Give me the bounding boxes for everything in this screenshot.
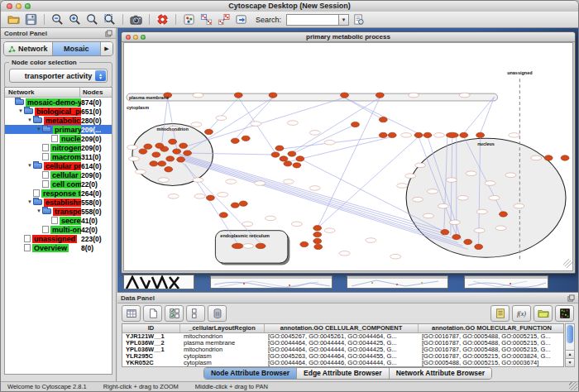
search-input[interactable]	[286, 14, 338, 26]
network-node[interactable]	[271, 152, 280, 157]
node-label-oval[interactable]	[405, 174, 416, 179]
canvas-resize-grip[interactable]	[563, 259, 569, 265]
network-node[interactable]	[156, 143, 164, 148]
table-row[interactable]: YJR121W__1mitochondrion[GO:0045267, GO:0…	[122, 333, 563, 340]
expand-triangle-icon[interactable]: ▼	[36, 125, 42, 134]
node-label-oval[interactable]	[457, 196, 468, 201]
node-label-oval[interactable]	[466, 171, 476, 176]
node-label-oval[interactable]	[514, 203, 524, 208]
view-minimize-button[interactable]	[133, 35, 138, 40]
compartment-nucleus[interactable]	[406, 138, 566, 257]
network-node[interactable]	[231, 203, 239, 208]
tree-column-nodes[interactable]: Nodes	[80, 88, 112, 97]
tree-row[interactable]: unassigned223(0)	[5, 234, 112, 243]
network-node[interactable]	[166, 156, 175, 161]
node-label-oval[interactable]	[193, 93, 203, 98]
node-label-oval[interactable]	[243, 244, 254, 249]
node-label-oval[interactable]	[324, 140, 335, 145]
scrollbar-thumb[interactable]	[567, 325, 573, 343]
node-label-oval[interactable]	[339, 251, 350, 256]
node-label-oval[interactable]	[449, 220, 460, 225]
network-node[interactable]	[152, 152, 160, 157]
network-node[interactable]	[313, 226, 322, 231]
annotation-network-button[interactable]	[181, 12, 197, 26]
network-node[interactable]	[165, 167, 173, 172]
tree-row-label[interactable]: Overview	[32, 244, 69, 252]
tree-row-label[interactable]: macromolecule	[50, 153, 81, 161]
node-label-oval[interactable]	[401, 133, 412, 138]
network-node[interactable]	[414, 132, 423, 137]
network-node[interactable]	[464, 239, 472, 244]
node-label-oval[interactable]	[255, 181, 266, 186]
tree-row[interactable]: ▼cellular process614(0)	[5, 161, 112, 170]
node-label-oval[interactable]	[309, 186, 320, 191]
tree-row-label[interactable]: multi-organism pro	[50, 226, 81, 234]
destroy-network-button[interactable]	[233, 12, 249, 26]
node-label-oval[interactable]	[390, 254, 401, 259]
node-label-oval[interactable]	[415, 163, 426, 168]
tab-overflow-button[interactable]: ▶	[101, 42, 112, 55]
network-node[interactable]	[173, 149, 181, 154]
network-node[interactable]	[293, 163, 301, 168]
tree-row-label[interactable]: secretion	[60, 217, 81, 225]
node-label-oval[interactable]	[324, 228, 335, 233]
network-node[interactable]	[296, 156, 304, 161]
tree-row[interactable]: ▼biological_process651(0)	[5, 107, 112, 116]
tree-row-label[interactable]: cell communicat	[50, 180, 81, 189]
node-label-oval[interactable]	[509, 133, 519, 138]
node-label-oval[interactable]	[283, 179, 294, 184]
node-label-oval[interactable]	[251, 122, 261, 127]
expand-triangle-icon[interactable]: ▼	[26, 116, 33, 125]
node-label-oval[interactable]	[433, 133, 444, 138]
node-label-oval[interactable]	[266, 216, 276, 221]
node-label-oval[interactable]	[505, 173, 516, 178]
tree-row[interactable]: multi-organism pro42(0)	[5, 225, 112, 234]
compartment-plasma-membrane[interactable]	[127, 93, 498, 101]
tree-row-label[interactable]: establishment of lo	[44, 198, 81, 207]
table-row[interactable]: YKR052Ccytoplasm[GO:0044464, GO:0044446,…	[122, 360, 563, 366]
node-label-oval[interactable]	[216, 116, 227, 121]
network-node[interactable]	[475, 244, 483, 249]
network-node[interactable]	[314, 244, 323, 249]
tree-row-label[interactable]: cellular metabo	[50, 171, 81, 179]
table-row[interactable]: YPL036W__2plasma membrane[GO:0044464, GO…	[122, 340, 563, 347]
network-node[interactable]	[376, 93, 384, 98]
tree-row[interactable]: nitrogen compo209(0)	[5, 143, 112, 152]
view-close-button[interactable]	[126, 35, 131, 40]
copy-network-view-button[interactable]	[199, 12, 214, 26]
expand-triangle-icon[interactable]: ▼	[26, 161, 33, 170]
node-label-oval[interactable]	[495, 226, 506, 231]
network-node[interactable]	[379, 132, 387, 137]
tree-row-label[interactable]: nitrogen compo	[50, 144, 81, 152]
advanced-search-button[interactable]	[351, 12, 366, 26]
network-view-window[interactable]: primary metabolic process plasma membran…	[121, 31, 576, 274]
network-node[interactable]	[284, 161, 292, 166]
import-attributes-button[interactable]	[534, 305, 553, 322]
network-node[interactable]	[460, 132, 468, 137]
select-attributes-button[interactable]	[165, 305, 184, 322]
scroll-up-button[interactable]: ▲	[566, 350, 574, 358]
node-label-oval[interactable]	[427, 189, 438, 194]
node-label-oval[interactable]	[531, 155, 542, 160]
destroy-network-view-button[interactable]	[216, 12, 232, 26]
tree-row-label[interactable]: biological_process	[35, 108, 81, 116]
tree-row[interactable]: ▼primary metab209(...	[5, 125, 112, 134]
compartment-mitochondrion[interactable]	[132, 124, 213, 186]
close-button[interactable]	[7, 3, 12, 9]
network-node[interactable]	[388, 132, 396, 137]
expand-triangle-icon[interactable]: ▼	[36, 207, 42, 216]
float-panel-icon[interactable]	[105, 30, 112, 37]
node-label-oval[interactable]	[397, 184, 408, 189]
matrix-view-button[interactable]	[555, 305, 574, 322]
tab-node-attribute-browser[interactable]: Node Attribute Browser	[204, 368, 297, 379]
attribute-list-button[interactable]	[490, 305, 510, 322]
node-label-oval[interactable]	[194, 194, 205, 199]
network-node[interactable]	[441, 230, 449, 235]
minimize-button[interactable]	[16, 3, 22, 9]
tree-row[interactable]: response to stimulu264(0)	[5, 189, 112, 198]
network-node[interactable]	[379, 117, 387, 122]
network-node[interactable]	[313, 232, 322, 237]
network-node[interactable]	[351, 122, 359, 127]
node-color-dropdown[interactable]: transporter activity ▲▼	[9, 69, 108, 83]
tree-row[interactable]: secretion41(0)	[5, 216, 112, 225]
